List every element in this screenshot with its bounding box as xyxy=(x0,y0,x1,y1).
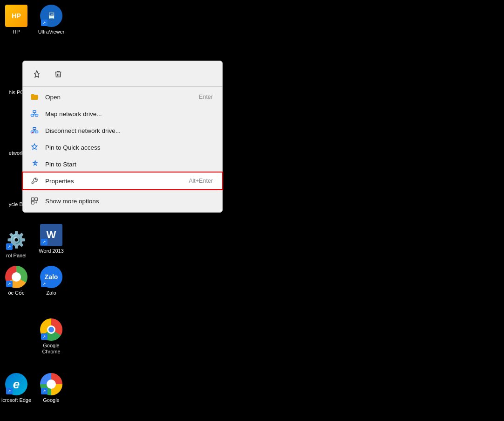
context-menu-item-map-network[interactable]: Map network drive... xyxy=(23,105,222,122)
google-icon-image xyxy=(40,373,62,395)
thispc-icon-label: his PC xyxy=(9,90,24,96)
context-menu-trash-icon-btn[interactable] xyxy=(51,67,66,82)
desktop-icon-ultraviewer[interactable]: 🖥 UltraViewer xyxy=(35,5,68,35)
open-shortcut: Enter xyxy=(199,94,213,100)
shortcut-arrow-ultraviewer xyxy=(41,20,48,26)
properties-label: Properties xyxy=(45,178,170,185)
shortcut-arrow-coccoc xyxy=(6,281,13,287)
svg-rect-15 xyxy=(31,201,34,204)
shortcut-arrow-word xyxy=(41,239,48,245)
disconnect-network-label: Disconnect network drive... xyxy=(45,127,213,134)
show-more-label: Show more options xyxy=(45,198,213,205)
zalo-icon-image: Zalo xyxy=(40,266,62,288)
context-menu-item-pin-start[interactable]: Pin to Start xyxy=(23,156,222,173)
pin-quick-label: Pin to Quick access xyxy=(45,144,213,151)
trash-svg-icon xyxy=(54,70,62,78)
zalo-icon-label: Zalo xyxy=(46,290,56,296)
disconnect-network-icon xyxy=(29,125,40,136)
pin-start-icon xyxy=(29,159,40,169)
desktop-icon-googlechrome[interactable]: GoogleChrome xyxy=(35,318,68,355)
edge-icon-label: icrosoft Edge xyxy=(1,397,31,403)
desktop-icon-zalo[interactable]: Zalo Zalo xyxy=(35,266,68,296)
show-more-icon xyxy=(29,196,40,206)
open-label: Open xyxy=(45,94,180,101)
context-menu-item-show-more[interactable]: Show more options xyxy=(23,193,222,209)
desktop-icon-google[interactable]: Google xyxy=(35,373,68,403)
svg-rect-8 xyxy=(33,127,36,130)
pin-start-label: Pin to Start xyxy=(45,161,213,168)
desktop-icon-coccoc[interactable]: óc Cốc xyxy=(0,266,33,296)
chrome-icon-label: GoogleChrome xyxy=(42,343,60,355)
properties-wrench-icon xyxy=(29,176,40,186)
svg-rect-0 xyxy=(31,114,34,117)
properties-shortcut: Alt+Enter xyxy=(189,178,213,184)
svg-rect-1 xyxy=(35,114,38,117)
recyclebin-icon-label: ycle Bi xyxy=(9,201,24,207)
context-menu: Open Enter Map network drive... xyxy=(22,61,223,213)
shortcut-arrow-zalo xyxy=(41,281,48,287)
shortcut-arrow-google xyxy=(41,388,48,394)
map-network-label: Map network drive... xyxy=(45,110,213,117)
open-folder-icon xyxy=(29,92,40,102)
svg-rect-2 xyxy=(33,110,36,113)
controlpanel-icon-label: rol Panel xyxy=(6,253,26,259)
desktop-icon-controlpanel[interactable]: ⚙️ rol Panel xyxy=(0,228,33,259)
desktop-icon-hp[interactable]: HP HP xyxy=(0,5,33,35)
context-menu-icons-row xyxy=(23,64,222,87)
context-menu-item-properties[interactable]: Properties Alt+Enter xyxy=(23,173,222,189)
google-icon-label: Google xyxy=(43,397,59,403)
coccoc-icon-image xyxy=(5,266,27,288)
context-menu-item-disconnect-network[interactable]: Disconnect network drive... xyxy=(23,122,222,139)
context-menu-item-pin-quick[interactable]: Pin to Quick access xyxy=(23,139,222,156)
ultraviewer-icon-label: UltraViewer xyxy=(38,29,65,35)
controlpanel-icon-image: ⚙️ xyxy=(5,228,27,251)
coccoc-icon-label: óc Cốc xyxy=(8,290,24,296)
hp-icon-bg: HP xyxy=(5,5,27,27)
hp-icon-label: HP xyxy=(13,29,20,35)
map-network-icon xyxy=(29,109,40,119)
shortcut-arrow-controlpanel xyxy=(6,243,13,250)
desktop-icon-edge[interactable]: e icrosoft Edge xyxy=(0,373,33,403)
shortcut-arrow-chrome xyxy=(41,333,48,340)
svg-rect-13 xyxy=(31,198,34,200)
context-menu-separator xyxy=(27,191,218,191)
context-menu-pin-icon-btn[interactable] xyxy=(29,67,44,82)
context-menu-item-open[interactable]: Open Enter xyxy=(23,89,222,105)
network-icon-label: etwork xyxy=(9,150,24,156)
svg-rect-14 xyxy=(35,198,38,200)
pin-svg-icon xyxy=(33,70,41,78)
pin-quick-icon xyxy=(29,142,40,152)
shortcut-arrow-edge xyxy=(6,388,13,394)
edge-icon-image: e xyxy=(5,373,27,395)
word-icon-image: W xyxy=(40,224,62,246)
hp-icon-image: HP xyxy=(5,5,27,27)
desktop-icon-word2013[interactable]: W Word 2013 xyxy=(35,224,68,254)
word-icon-label: Word 2013 xyxy=(39,248,64,254)
chrome-icon-image xyxy=(40,318,62,341)
ultraviewer-icon-image: 🖥 xyxy=(40,5,62,27)
